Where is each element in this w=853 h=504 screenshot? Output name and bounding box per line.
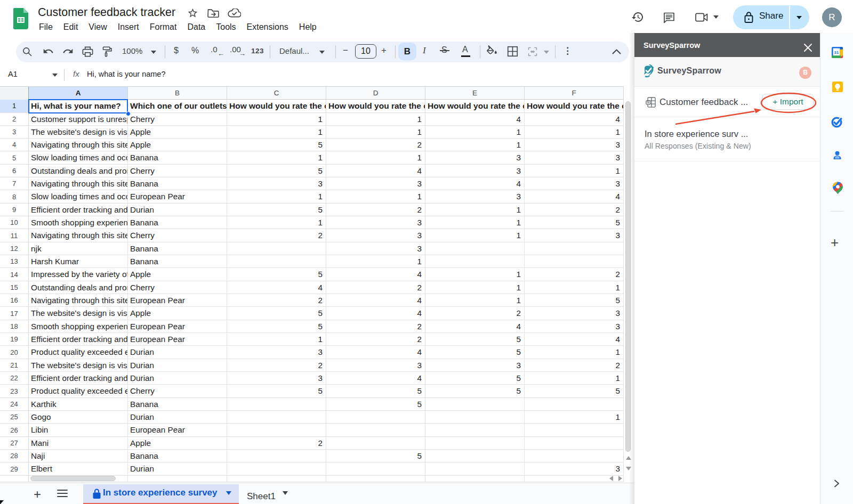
svg-text:S: S <box>647 100 649 104</box>
svg-text:31: 31 <box>834 50 839 55</box>
